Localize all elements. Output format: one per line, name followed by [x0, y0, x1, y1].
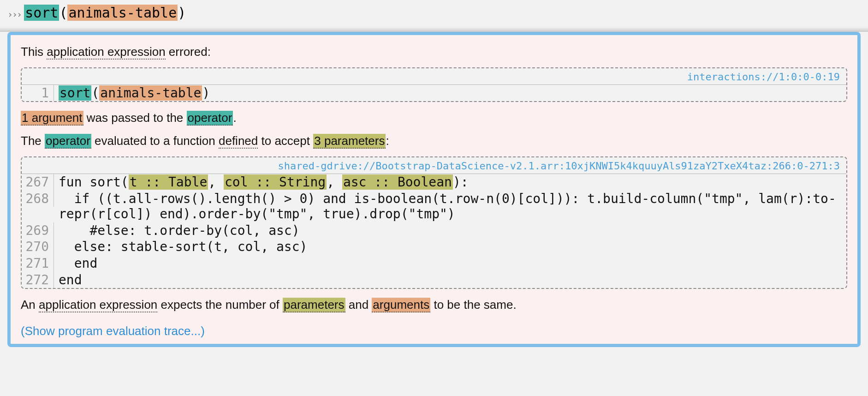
- code-row: 271 end: [22, 255, 846, 272]
- text: An: [21, 298, 39, 312]
- token-param: col :: String: [224, 174, 327, 190]
- text: expects the number of: [157, 298, 283, 312]
- error-operator-definition: The operator evaluated to a function def…: [21, 133, 847, 149]
- token-argument: animals-table: [99, 85, 202, 101]
- token-param: t :: Table: [129, 174, 208, 190]
- token-lparen: (: [59, 5, 67, 21]
- token-function-name: sort: [24, 5, 59, 21]
- text: .: [233, 111, 236, 125]
- term-application-expression: application expression: [47, 45, 165, 60]
- code-row: 1 sort(animals-table): [22, 85, 846, 102]
- error-summary: An application expression expects the nu…: [21, 297, 847, 313]
- text: ,: [208, 174, 224, 190]
- line-number: 272: [22, 272, 54, 288]
- text: The: [21, 134, 45, 148]
- source-location-link[interactable]: shared-gdrive://Bootstrap-DataScience-v2…: [22, 157, 846, 174]
- token-rparen: ): [178, 5, 186, 21]
- text: and: [345, 298, 372, 312]
- code-block-call-site: interactions://1:0:0-0:19 1 sort(animals…: [21, 67, 847, 102]
- token-function-name: sort: [59, 85, 91, 101]
- error-argument-count: 1 argument was passed to the operator.: [21, 110, 847, 126]
- error-panel: This application expression errored: int…: [7, 32, 861, 347]
- repl-area: ››› sort(animals-table): [0, 0, 868, 32]
- line-number: 270: [22, 239, 54, 255]
- token-lparen: (: [91, 85, 99, 101]
- line-number: 267: [22, 174, 54, 191]
- source-location-link[interactable]: interactions://1:0:0-0:19: [22, 68, 846, 85]
- code-row: 267 fun sort(t :: Table, col :: String, …: [22, 174, 846, 191]
- code-cell: end: [54, 272, 846, 288]
- token-param: asc :: Boolean: [342, 174, 453, 190]
- term-operator: operator: [45, 134, 91, 149]
- code-block-definition: shared-gdrive://Bootstrap-DataScience-v2…: [21, 156, 847, 289]
- text: fun sort(: [59, 174, 129, 190]
- term-arguments: arguments: [372, 298, 430, 312]
- code-row: 269 #else: t.order-by(col, asc): [22, 222, 846, 239]
- show-trace-link[interactable]: (Show program evaluation trace...): [21, 324, 205, 338]
- line-number: 271: [22, 255, 54, 272]
- token-rparen: ): [202, 85, 210, 101]
- code-cell: end: [54, 255, 846, 272]
- prompt-chevrons-icon: ›››: [7, 9, 21, 20]
- line-number: 1: [22, 85, 54, 102]
- text: to accept: [258, 134, 313, 148]
- code-row: 270 else: stable-sort(t, col, asc): [22, 239, 846, 255]
- term-argument-count: 1 argument: [21, 111, 83, 126]
- code-cell: sort(animals-table): [54, 85, 846, 102]
- code-cell: fun sort(t :: Table, col :: String, asc …: [54, 174, 846, 191]
- text: to be the same.: [430, 298, 516, 312]
- error-heading: This application expression errored:: [21, 44, 847, 60]
- text: evaluated to a function: [91, 134, 219, 148]
- text: ,: [327, 174, 342, 190]
- text: This: [21, 45, 47, 59]
- line-number: 268: [22, 191, 54, 207]
- text: errored:: [166, 45, 211, 59]
- code-row: 272 end: [22, 272, 846, 288]
- term-operator: operator: [187, 111, 233, 126]
- line-number: 269: [22, 222, 54, 239]
- term-parameters: parameters: [283, 298, 345, 312]
- code-cell: #else: t.order-by(col, asc): [54, 222, 846, 239]
- token-argument: animals-table: [67, 5, 178, 21]
- term-parameter-count: 3 parameters: [313, 134, 386, 149]
- term-application-expression: application expression: [39, 298, 157, 312]
- code-cell: else: stable-sort(t, col, asc): [54, 239, 846, 255]
- text: :: [386, 134, 389, 148]
- repl-prompt-line: ››› sort(animals-table): [5, 3, 863, 23]
- code-row: 268 if ((t.all-rows().length() > 0) and …: [22, 191, 846, 222]
- text: ):: [453, 174, 469, 190]
- text: was passed to the: [83, 111, 187, 125]
- repl-input[interactable]: sort(animals-table): [24, 5, 186, 21]
- code-cell: if ((t.all-rows().length() > 0) and is-b…: [54, 191, 846, 222]
- term-defined: defined: [219, 134, 258, 149]
